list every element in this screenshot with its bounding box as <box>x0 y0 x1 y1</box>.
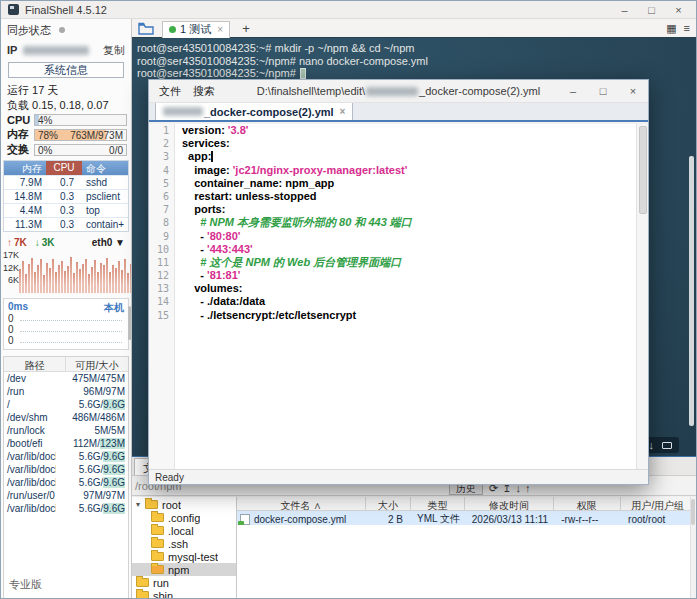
file-cell-0: docker-compose.yml <box>237 511 364 525</box>
memory-percent: 78% <box>38 130 58 141</box>
process-col-command[interactable]: 命令 <box>82 161 128 175</box>
window-title: FinalShell 4.5.12 <box>25 4 107 16</box>
tree-item-ssh[interactable]: .ssh <box>132 537 236 550</box>
edition-label: 专业版 <box>9 577 42 592</box>
process-col-memory[interactable]: 内存 <box>4 161 46 175</box>
upload-rate: 7K <box>14 237 27 248</box>
folder-icon <box>151 526 164 535</box>
editor-window: D:\finalshell\temp\edit\_docker-compose(… <box>148 79 649 485</box>
swap-label: 交换 <box>7 142 34 157</box>
file-col-0[interactable]: 文件名 ∧ <box>237 497 366 510</box>
new-tab-button[interactable]: + <box>238 21 254 36</box>
tree-item-npm[interactable]: npm <box>132 563 236 576</box>
tree-item-run[interactable]: run <box>132 576 236 589</box>
disk-table: 路径 可用/大小 /dev475M/475M/run96M/97M/5.6G/9… <box>3 356 129 598</box>
ip-value-blurred <box>23 46 89 55</box>
sync-status-label: 同步状态 <box>7 23 51 38</box>
process-table-header[interactable]: 内存 CPU 命令 <box>4 161 128 175</box>
load-text: 负载 0.15, 0.18, 0.07 <box>1 99 131 111</box>
scroll-to-bottom-icon[interactable]: ↓ <box>649 437 655 453</box>
session-tabbar: 1 测试 × + ▦ ≡ <box>132 19 696 38</box>
tree-item-root[interactable]: ▾root <box>132 498 236 511</box>
editor-scrollbar[interactable] <box>636 124 648 469</box>
close-button[interactable]: × <box>665 1 692 19</box>
session-status-icon <box>169 26 176 33</box>
code-line: 9 - '80:80' <box>149 230 636 243</box>
disk-row: /dev475M/475M <box>4 372 128 385</box>
tab-menu-icon[interactable]: ≡ <box>684 22 690 35</box>
editor-close-button[interactable]: × <box>618 82 648 100</box>
editor-titlebar: D:\finalshell\temp\edit\_docker-compose(… <box>149 80 648 103</box>
terminal-scrollbar[interactable] <box>689 156 694 426</box>
copy-ip-button[interactable]: 复制 <box>103 43 125 58</box>
menu-file[interactable]: 文件 <box>149 84 191 99</box>
directory-tree: ▾root.config.local.sshmysql-testnpmrunsb… <box>132 497 237 598</box>
file-table-scrollbar[interactable] <box>690 497 696 598</box>
tree-item-local[interactable]: .local <box>132 524 236 537</box>
disk-col-size[interactable]: 可用/大小 <box>66 357 128 371</box>
folder-icon <box>151 552 164 561</box>
editor-minimize-button[interactable]: – <box>558 82 588 100</box>
upload-arrow-icon: ↑ <box>7 237 12 248</box>
editor-tab-close-icon[interactable]: × <box>340 106 346 117</box>
code-line: 5 container_name: npm_app <box>149 177 636 190</box>
file-table: 文件名 ∧大小类型修改时间权限用户/用户组 docker-compose.yml… <box>237 497 696 598</box>
disk-col-path[interactable]: 路径 <box>4 357 66 371</box>
code-line: 10 - '443:443' <box>149 243 636 256</box>
network-graph: 17K12K6K <box>3 250 127 294</box>
file-cell-2: YML 文件 <box>409 511 464 525</box>
folder-icon <box>151 565 164 574</box>
code-line: 1version: '3.8' <box>149 124 636 137</box>
file-row-docker-compose[interactable]: docker-compose.yml2 BYML 文件2026/03/13 11… <box>237 511 696 525</box>
disk-row: /run/lock5M/5M <box>4 424 128 437</box>
editor-tab-label: _docker-compose(2).yml <box>204 106 334 118</box>
menu-search[interactable]: 搜索 <box>191 84 225 99</box>
interface-selector[interactable]: eth0 ▼ <box>92 237 125 248</box>
expand-caret-icon: ▾ <box>136 500 145 509</box>
editor-tab-docker-compose[interactable]: _docker-compose(2).yml × <box>155 102 353 120</box>
sidebar-scrollbar[interactable] <box>128 306 131 340</box>
window-controls: – □ × <box>611 1 692 19</box>
text-caret <box>211 151 213 162</box>
layout-grid-icon[interactable]: ▦ <box>666 22 676 35</box>
tree-item-config[interactable]: .config <box>132 511 236 524</box>
folder-icon <box>151 539 164 548</box>
ping-row: 0 <box>8 313 124 324</box>
memory-label: 内存 <box>7 127 34 142</box>
tree-item-sbin[interactable]: sbin <box>132 589 236 598</box>
file-col-5[interactable]: 用户/用户组 <box>621 497 696 510</box>
system-info-button[interactable]: 系统信息 <box>8 62 124 78</box>
cpu-label: CPU <box>7 114 34 126</box>
code-line: 4 image: 'jc21/nginx-proxy-manager:lates… <box>149 164 636 177</box>
disk-row: /run/user/097M/97M <box>4 489 128 502</box>
process-row: 11.3M0.3contain+ <box>4 217 128 231</box>
folder-icon <box>145 500 158 509</box>
file-col-1[interactable]: 大小 <box>366 497 411 510</box>
disk-row: /dev/shm486M/486M <box>4 411 128 424</box>
tab-blurred-segment <box>163 107 203 116</box>
swap-detail: 0/0 <box>109 145 123 156</box>
disk-row: /boot/efi112M/123M <box>4 437 128 450</box>
minimize-button[interactable]: – <box>611 1 638 19</box>
tree-item-mysql-test[interactable]: mysql-test <box>132 550 236 563</box>
open-folder-icon[interactable] <box>138 22 155 35</box>
tab-session-test[interactable]: 1 测试 × <box>162 21 230 38</box>
session-tab-close-icon[interactable]: × <box>217 24 223 35</box>
editor-maximize-button[interactable]: □ <box>588 82 618 100</box>
code-line: 3 app: <box>149 150 636 163</box>
process-row: 14.8M0.3psclient <box>4 189 128 203</box>
ping-host[interactable]: 本机 <box>104 301 124 313</box>
process-col-cpu[interactable]: CPU <box>46 161 82 175</box>
code-line: 13 volumes: <box>149 282 636 295</box>
editor-content[interactable]: 1version: '3.8'2services:3 app:4 image: … <box>149 124 648 469</box>
file-col-3[interactable]: 修改时间 <box>465 497 554 510</box>
code-line: 7 ports: <box>149 203 636 216</box>
maximize-button[interactable]: □ <box>638 1 665 19</box>
swap-percent: 0% <box>38 145 52 156</box>
file-col-2[interactable]: 类型 <box>411 497 465 510</box>
cpu-meter: 4% <box>34 114 127 126</box>
disk-row: /run96M/97M <box>4 385 128 398</box>
panel-toggle-icon[interactable] <box>662 442 672 449</box>
file-col-4[interactable]: 权限 <box>554 497 620 510</box>
file-cell-4: -rw-r--r-- <box>553 511 620 525</box>
